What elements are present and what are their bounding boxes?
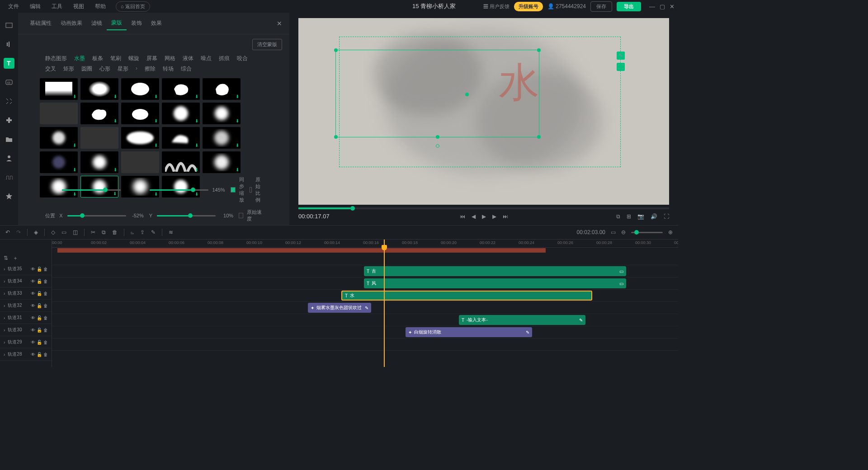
mask-thumb[interactable] [40,103,78,124]
delete-icon[interactable]: 🗑 [112,229,118,235]
text-clip-input[interactable]: T-输入文本-✎ [459,315,585,325]
track-header[interactable]: ›轨道31👁 🔓 🗑 [0,312,52,324]
track-header[interactable]: ›轨道29👁 🔓 🗑 [0,336,52,348]
play-icon[interactable]: ▶ [482,213,486,220]
mask-thumb[interactable]: ⬇ [162,78,200,100]
cat-cross[interactable]: 交叉 [45,65,56,73]
minimize-icon[interactable]: — [649,3,655,10]
sync-scale-checkbox[interactable]: ✓ [231,187,236,193]
orig-ratio-checkbox[interactable] [250,187,252,193]
text-clip-feng[interactable]: T风▭ [364,278,626,288]
track-header[interactable]: ›轨道32👁 🔓 🗑 [0,300,52,312]
redo-icon[interactable]: ↷ [16,229,21,235]
mask-thumb[interactable]: ⬇ [162,103,200,124]
export-clip-icon[interactable]: ⇪ [140,229,145,235]
goto-end-icon[interactable]: ⏭ [503,213,508,220]
tab-mask[interactable]: 蒙版 [107,16,127,30]
mask-thumb[interactable]: ⬇ [40,176,78,197]
goto-start-icon[interactable]: ⏮ [460,213,465,220]
preview-progress[interactable] [298,207,669,209]
next-frame-icon[interactable]: ▶ [492,213,496,220]
mask-thumb[interactable]: ⬇ [80,103,118,124]
menu-help[interactable]: 帮助 [90,1,110,12]
tab-basic[interactable]: 基础属性 [25,17,56,30]
download-icon[interactable]: ⬇ [154,118,158,123]
download-icon[interactable]: ⬇ [195,167,198,172]
mask-thumb[interactable]: ⬇ [40,151,78,173]
export-button[interactable]: 导出 [617,2,641,11]
close-icon[interactable]: ✕ [670,3,675,10]
download-icon[interactable]: ⬇ [236,94,239,99]
download-icon[interactable]: ⬇ [73,192,76,197]
cat-circle[interactable]: 圆圈 [81,65,92,73]
cat-liquid[interactable]: 液体 [183,55,193,62]
orig-speed-checkbox[interactable] [239,213,243,218]
nav-folder-icon[interactable] [4,134,14,145]
nav-effects-icon[interactable] [4,96,14,107]
cat-transition[interactable]: 转场 [163,65,174,73]
ungroup-icon[interactable]: ◫ [73,229,78,235]
mask-thumb[interactable]: ⬇ [162,176,200,197]
cat-star[interactable]: 星形 [118,65,128,73]
download-icon[interactable]: ⬇ [154,143,158,148]
mask-thumb[interactable]: ⬇ [121,103,159,124]
download-icon[interactable]: ⬇ [195,94,198,99]
volume-icon[interactable]: 🔊 [651,213,657,220]
pos-x-value[interactable]: -52% [130,213,146,218]
download-icon[interactable]: ⬇ [195,143,198,148]
scale-h-value[interactable]: 145% [212,187,226,193]
nav-favorites-icon[interactable] [4,191,14,202]
track-header[interactable]: ›轨道34👁 🔓 🗑 [0,275,52,287]
mask-thumb[interactable]: ⬇ [40,127,78,149]
group-icon[interactable]: ▭ [61,229,66,235]
download-icon[interactable]: ⬇ [236,143,239,148]
cat-rect[interactable]: 矩形 [63,65,74,73]
scale-h-slider[interactable] [150,189,208,191]
copy-icon[interactable]: ⧉ [102,229,106,235]
tab-animation[interactable]: 动画效果 [56,17,87,30]
tab-filter[interactable]: 滤镜 [87,17,107,30]
timeline-ruler[interactable]: 00:00 00:00:02 00:00:04 00:00:06 00:00:0… [52,240,678,248]
menu-edit[interactable]: 编辑 [25,1,45,12]
effect-clip-white-smoke[interactable]: ✦白烟旋转消散✎ [406,327,532,337]
nav-text-icon[interactable]: T [4,58,14,69]
mask-thumb[interactable]: ⬇ [203,78,241,100]
clear-mask-button[interactable]: 清空蒙版 [252,39,282,50]
track-options-icon[interactable]: ⇅ [4,255,8,261]
pos-x-slider[interactable] [67,215,126,216]
nav-plugins-icon[interactable] [4,115,14,126]
fullscreen-icon[interactable]: ⛶ [664,213,669,220]
nav-person-icon[interactable] [4,153,14,164]
crop-icon[interactable]: ⛶ [617,63,625,71]
download-icon[interactable]: ⬇ [154,94,158,99]
mask-thumb[interactable]: ⬇ [203,103,241,124]
effect-clip-smoke[interactable]: ✦烟雾水墨灰色团状吹过✎ [308,303,371,313]
download-icon[interactable]: ⬇ [154,192,158,197]
keyframe-icon[interactable]: ◇ [51,229,55,235]
nav-caption-icon[interactable]: cc [4,77,14,88]
grid-icon[interactable]: ⊞ [627,213,631,220]
maximize-icon[interactable]: ▢ [660,3,665,10]
menu-file[interactable]: 文件 [4,1,24,12]
download-icon[interactable]: ⬇ [195,118,198,123]
upgrade-button[interactable]: 升级账号 [514,2,543,11]
mask-thumb[interactable]: ⬇ [203,151,241,173]
crop-tool-icon[interactable]: ✂ [91,229,95,235]
nav-template-icon[interactable]: ⎍⎍ [4,172,14,183]
add-track-icon[interactable]: ＋ [13,254,18,262]
nav-media-icon[interactable] [4,20,14,31]
playhead[interactable] [384,240,385,367]
cat-spiral[interactable]: 螺旋 [128,55,139,62]
link-icon[interactable]: ✎ [151,229,156,235]
cat-ink[interactable]: 水墨 [74,55,85,62]
nav-audio-icon[interactable] [4,39,14,50]
download-icon[interactable]: ⬇ [73,143,76,148]
text-clip-shui-selected[interactable]: T水 [341,291,592,301]
mask-thumb[interactable]: ⬇ [80,78,118,100]
cat-strip[interactable]: 板条 [92,55,103,62]
fit-icon[interactable]: ▭ [611,229,616,235]
cat-heart[interactable]: 心形 [99,65,110,73]
mask-thumb[interactable]: ⬇ [121,176,159,197]
menu-tools[interactable]: 工具 [47,1,67,12]
tracks-area[interactable]: 00:00 00:00:02 00:00:04 00:00:06 00:00:0… [52,240,678,367]
